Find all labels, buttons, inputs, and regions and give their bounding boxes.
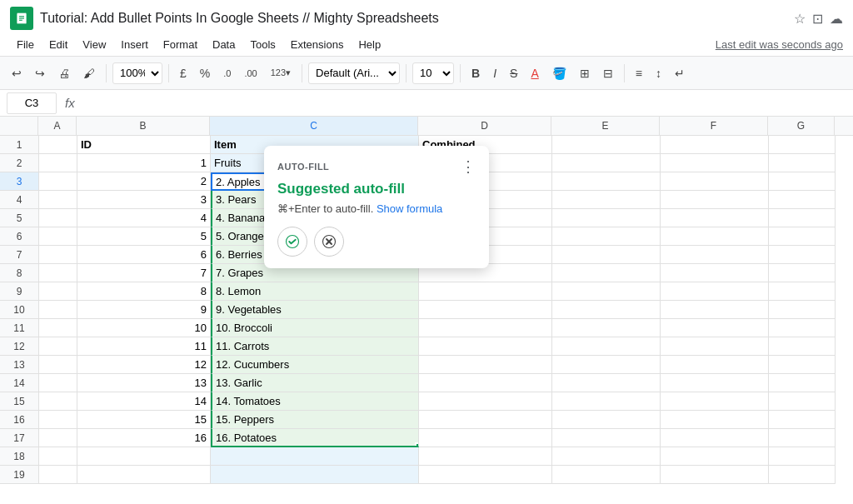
cell-f17[interactable]: [661, 429, 769, 447]
cell-e13[interactable]: [552, 356, 661, 374]
cell-c16[interactable]: 15. Peppers: [211, 411, 419, 429]
cell-e9[interactable]: [552, 282, 661, 301]
cell-c12[interactable]: 11. Carrots: [211, 337, 419, 356]
formula-input[interactable]: [83, 95, 846, 111]
row-num-9[interactable]: 9: [0, 282, 38, 301]
cell-d18[interactable]: [419, 447, 552, 466]
cell-e7[interactable]: [552, 246, 661, 264]
cell-a7[interactable]: [39, 246, 77, 264]
cell-f15[interactable]: [661, 392, 769, 411]
currency-button[interactable]: £: [175, 64, 192, 82]
cell-g14[interactable]: [769, 374, 836, 392]
col-header-d[interactable]: D: [418, 117, 551, 135]
row-num-8[interactable]: 8: [0, 264, 38, 282]
menu-view[interactable]: View: [76, 35, 112, 54]
cell-d13[interactable]: [419, 356, 552, 374]
cell-b2[interactable]: 1: [77, 154, 211, 172]
row-num-6[interactable]: 6: [0, 227, 38, 246]
cell-b12[interactable]: 11: [77, 337, 211, 356]
cell-g16[interactable]: [769, 411, 836, 429]
cell-g19[interactable]: [769, 466, 836, 484]
menu-insert[interactable]: Insert: [114, 35, 155, 54]
cell-e10[interactable]: [552, 301, 661, 319]
row-num-14[interactable]: 14: [0, 374, 38, 392]
row-num-7[interactable]: 7: [0, 246, 38, 264]
cell-f14[interactable]: [661, 374, 769, 392]
row-num-2[interactable]: 2: [0, 154, 38, 172]
cell-f19[interactable]: [661, 466, 769, 484]
cell-e12[interactable]: [552, 337, 661, 356]
col-header-a[interactable]: A: [38, 117, 77, 135]
cell-a18[interactable]: [39, 447, 77, 466]
cloud-icon[interactable]: ☁: [830, 11, 843, 27]
menu-data[interactable]: Data: [206, 35, 242, 54]
row-num-1[interactable]: 1: [0, 136, 38, 154]
row-num-10[interactable]: 10: [0, 301, 38, 319]
cell-a8[interactable]: [39, 264, 77, 282]
cell-e19[interactable]: [552, 466, 661, 484]
cell-b4[interactable]: 3: [77, 191, 211, 209]
cell-e15[interactable]: [552, 392, 661, 411]
row-num-15[interactable]: 15: [0, 392, 38, 411]
cell-a9[interactable]: [39, 282, 77, 301]
decimal-more-button[interactable]: .00: [239, 66, 262, 81]
cell-b16[interactable]: 15: [77, 411, 211, 429]
cell-g9[interactable]: [769, 282, 836, 301]
row-num-3[interactable]: 3: [0, 172, 38, 191]
cell-f6[interactable]: [661, 227, 769, 246]
cell-c9[interactable]: 8. Lemon: [211, 282, 419, 301]
cell-a17[interactable]: [39, 429, 77, 447]
cell-a1[interactable]: [39, 136, 77, 154]
menu-format[interactable]: Format: [157, 35, 204, 54]
cell-a12[interactable]: [39, 337, 77, 356]
cell-g6[interactable]: [769, 227, 836, 246]
row-num-12[interactable]: 12: [0, 337, 38, 356]
cell-g7[interactable]: [769, 246, 836, 264]
cell-g13[interactable]: [769, 356, 836, 374]
cell-b19[interactable]: [77, 466, 211, 484]
cell-a14[interactable]: [39, 374, 77, 392]
cell-c19[interactable]: [211, 466, 419, 484]
cell-c17[interactable]: 16. Potatoes: [211, 429, 419, 447]
row-num-5[interactable]: 5: [0, 209, 38, 227]
cell-b18[interactable]: [77, 447, 211, 466]
strikethrough-button[interactable]: S: [505, 64, 522, 82]
row-num-19[interactable]: 19: [0, 466, 38, 484]
cell-g1[interactable]: [769, 136, 836, 154]
cell-d16[interactable]: [419, 411, 552, 429]
cell-g8[interactable]: [769, 264, 836, 282]
cell-c15[interactable]: 14. Tomatoes: [211, 392, 419, 411]
col-header-f[interactable]: F: [660, 117, 768, 135]
cell-a19[interactable]: [39, 466, 77, 484]
cell-g3[interactable]: [769, 172, 836, 191]
cell-d10[interactable]: [419, 301, 552, 319]
cell-f13[interactable]: [661, 356, 769, 374]
cell-c13[interactable]: 12. Cucumbers: [211, 356, 419, 374]
cell-e14[interactable]: [552, 374, 661, 392]
cell-d9[interactable]: [419, 282, 552, 301]
bold-button[interactable]: B: [466, 64, 485, 82]
cell-e4[interactable]: [552, 191, 661, 209]
undo-button[interactable]: ↩: [7, 64, 27, 82]
fill-color-button[interactable]: 🪣: [547, 64, 571, 82]
font-size-select[interactable]: 10: [412, 62, 454, 84]
cell-e3[interactable]: [552, 172, 661, 191]
redo-button[interactable]: ↪: [30, 64, 50, 82]
cell-f9[interactable]: [661, 282, 769, 301]
cell-e8[interactable]: [552, 264, 661, 282]
row-num-13[interactable]: 13: [0, 356, 38, 374]
cell-f18[interactable]: [661, 447, 769, 466]
cell-b14[interactable]: 13: [77, 374, 211, 392]
col-header-e[interactable]: E: [551, 117, 660, 135]
valign-button[interactable]: ↕: [651, 64, 666, 82]
cell-a2[interactable]: [39, 154, 77, 172]
cell-b13[interactable]: 12: [77, 356, 211, 374]
cell-b17[interactable]: 16: [77, 429, 211, 447]
cell-e6[interactable]: [552, 227, 661, 246]
cell-f5[interactable]: [661, 209, 769, 227]
autofill-cancel-button[interactable]: [314, 227, 344, 257]
percent-button[interactable]: %: [195, 64, 215, 82]
cell-g11[interactable]: [769, 319, 836, 337]
cell-a3[interactable]: [39, 172, 77, 191]
cell-g12[interactable]: [769, 337, 836, 356]
